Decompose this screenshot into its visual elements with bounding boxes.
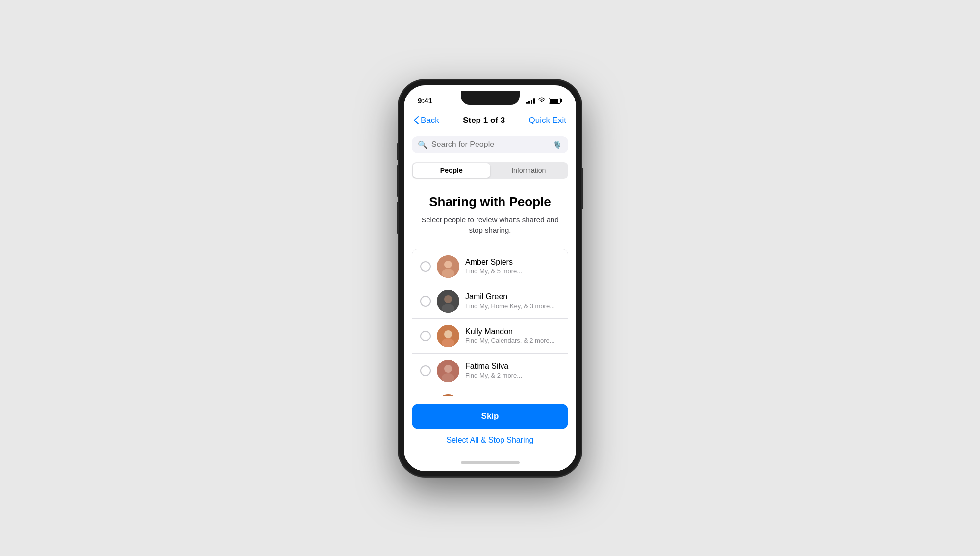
svg-point-5 [442,304,454,313]
segment-control: People Information [412,162,568,179]
search-bar[interactable]: 🔍 🎙️ [412,136,568,153]
people-list: Amber Spiers Find My, & 5 more... [412,249,568,396]
person-subtitle: Find My, Home Key, & 3 more... [465,302,560,310]
search-icon: 🔍 [418,140,427,149]
back-button[interactable]: Back [414,116,439,125]
svg-point-2 [442,269,454,278]
status-icons [526,97,562,104]
avatar [437,360,459,382]
avatar [437,290,459,313]
svg-point-1 [444,261,452,268]
back-label: Back [421,116,439,125]
person-row[interactable]: Amber Spiers Find My, & 5 more... [412,249,568,284]
segment-people[interactable]: People [413,163,490,178]
bottom-section: Skip Select All & Stop Sharing [404,396,576,455]
home-bar [461,461,520,464]
person-subtitle: Find My, & 2 more... [465,372,560,379]
svg-point-10 [444,365,452,373]
radio-button[interactable] [420,331,431,341]
select-all-button[interactable]: Select All & Stop Sharing [412,436,568,445]
phone-screen: 9:41 [404,85,576,471]
notch [461,91,520,105]
svg-point-4 [444,295,452,303]
person-row[interactable]: Kully Mandon Find My, Calendars, & 2 mor… [412,319,568,354]
person-info: Jamil Green Find My, Home Key, & 3 more.… [465,292,560,310]
person-name: Kully Mandon [465,327,560,336]
person-name: Amber Spiers [465,258,560,266]
segment-information[interactable]: Information [490,163,568,178]
battery-icon [549,98,562,104]
person-row[interactable]: Jamil Green Find My, Home Key, & 3 more.… [412,284,568,319]
wifi-icon [538,97,546,104]
svg-point-11 [442,373,454,382]
person-name: Jamil Green [465,292,560,301]
search-input[interactable] [431,140,549,149]
quick-exit-button[interactable]: Quick Exit [528,116,566,125]
person-subtitle: Find My, Calendars, & 2 more... [465,337,560,344]
phone-wrapper: 9:41 [398,79,582,477]
radio-button[interactable] [420,261,431,272]
status-time: 9:41 [418,97,432,105]
person-info: Fatima Silva Find My, & 2 more... [465,362,560,379]
home-indicator [404,455,576,471]
page-heading: Sharing with People Select people to rev… [404,183,576,241]
person-subtitle: Find My, & 5 more... [465,267,560,275]
skip-button[interactable]: Skip [412,404,568,429]
svg-point-8 [442,338,454,347]
mic-icon[interactable]: 🎙️ [553,140,562,149]
radio-button[interactable] [420,296,431,307]
avatar [437,255,459,278]
avatar [437,325,459,347]
person-name: Fatima Silva [465,362,560,371]
person-info: Amber Spiers Find My, & 5 more... [465,258,560,275]
signal-icon [526,98,535,104]
nav-title: Step 1 of 3 [463,116,505,125]
person-row[interactable]: Samara West Activity, Calendars, & 2 mor… [412,388,568,396]
page-title: Sharing with People [414,194,566,210]
svg-point-7 [444,330,452,338]
search-container: 🔍 🎙️ [404,131,576,158]
nav-bar: Back Step 1 of 3 Quick Exit [404,110,576,131]
person-info: Kully Mandon Find My, Calendars, & 2 mor… [465,327,560,344]
content-area: Sharing with People Select people to rev… [404,183,576,396]
page-subtitle: Select people to review what's shared an… [414,215,566,235]
person-row[interactable]: Fatima Silva Find My, & 2 more... [412,354,568,388]
segment-container: People Information [404,158,576,183]
radio-button[interactable] [420,365,431,376]
